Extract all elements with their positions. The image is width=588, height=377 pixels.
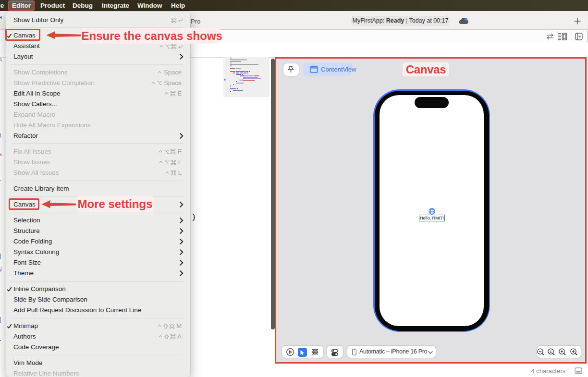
svg-text:1: 1 <box>550 350 552 354</box>
